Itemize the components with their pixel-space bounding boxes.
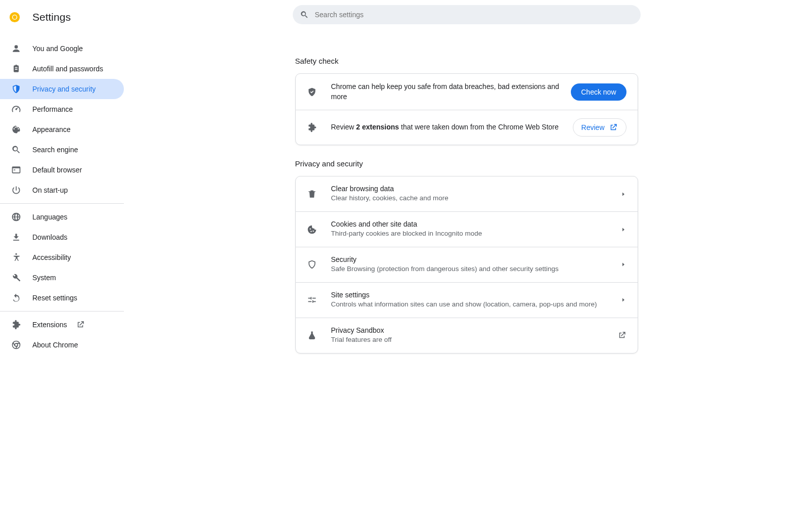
chevron-right-icon [620,227,626,233]
row-title: Site settings [331,291,614,299]
search-icon [11,145,21,155]
sidebar: Settings You and Google Autofill and pas… [0,0,124,532]
sidebar-item-extensions[interactable]: Extensions [0,315,124,335]
chevron-right-icon [620,297,626,303]
reset-icon [11,293,21,303]
palette-icon [11,124,21,135]
security-row[interactable]: Security Safe Browsing (protection from … [296,247,638,282]
open-in-new-icon [617,331,626,340]
clipboard-icon [11,64,21,74]
power-icon [11,185,21,195]
search-icon [300,10,309,19]
shield-outline-icon [307,259,317,270]
cookie-icon [307,225,317,235]
row-subtitle: Safe Browsing (protection from dangerous… [331,264,614,274]
page-title: Settings [32,11,71,23]
row-subtitle: Controls what information sites can use … [331,300,614,309]
sidebar-item-label: Languages [32,213,67,221]
chevron-right-icon [620,261,626,268]
globe-icon [11,212,21,222]
flask-icon [307,330,317,340]
accessibility-icon [11,252,21,262]
cookies-row[interactable]: Cookies and other site data Third-party … [296,211,638,247]
review-button[interactable]: Review [573,118,626,137]
sidebar-item-about[interactable]: About Chrome [0,335,124,355]
shield-check-icon [307,87,317,97]
sidebar-item-label: Privacy and security [32,85,96,93]
section-title-privacy: Privacy and security [295,159,638,168]
nav-group-3: Extensions About Chrome [0,312,124,358]
sidebar-item-privacy[interactable]: Privacy and security [0,79,124,99]
safety-check-row: Chrome can help keep you safe from data … [296,74,638,110]
review-extensions-row: Review 2 extensions that were taken down… [296,110,638,145]
sidebar-item-system[interactable]: System [0,268,124,288]
row-title: Privacy Sandbox [331,326,611,334]
open-in-new-icon [609,123,618,132]
chrome-outline-icon [11,340,21,350]
row-title: Cookies and other site data [331,220,614,228]
nav-group-1: You and Google Autofill and passwords Pr… [0,35,124,203]
sidebar-item-label: Performance [32,105,73,113]
sidebar-item-label: You and Google [32,45,83,53]
sidebar-item-label: Default browser [32,166,82,174]
sidebar-item-on-start-up[interactable]: On start-up [0,180,124,200]
row-subtitle: Third-party cookies are blocked in Incog… [331,229,614,239]
svg-point-4 [13,15,16,19]
wrench-icon [11,273,21,283]
extension-icon [307,122,317,132]
sidebar-item-label: Accessibility [32,253,71,261]
row-subtitle: Clear history, cookies, cache and more [331,194,614,203]
row-title: Clear browsing data [331,185,614,193]
safety-check-text: Chrome can help keep you safe from data … [331,82,565,102]
sidebar-item-label: About Chrome [32,341,78,349]
speedometer-icon [11,104,21,114]
site-settings-row[interactable]: Site settings Controls what information … [296,282,638,318]
sidebar-item-appearance[interactable]: Appearance [0,119,124,140]
privacy-sandbox-row[interactable]: Privacy Sandbox Trial features are off [296,318,638,353]
sidebar-item-label: On start-up [32,186,68,194]
sidebar-item-label: Extensions [32,321,67,329]
nav-group-2: Languages Downloads Accessibility System… [0,204,124,311]
row-subtitle: Trial features are off [331,335,611,345]
person-icon [11,43,21,54]
search-input[interactable] [314,10,634,19]
shield-icon [11,84,21,94]
brand: Settings [0,7,124,27]
sidebar-item-label: Downloads [32,233,67,241]
sidebar-item-default-browser[interactable]: Default browser [0,160,124,180]
sidebar-item-label: System [32,274,56,282]
review-button-label: Review [581,123,605,131]
sidebar-item-you-and-google[interactable]: You and Google [0,38,124,59]
tune-icon [307,295,317,305]
privacy-card: Clear browsing data Clear history, cooki… [295,176,638,353]
sidebar-item-search-engine[interactable]: Search engine [0,140,124,160]
sidebar-item-reset[interactable]: Reset settings [0,288,124,308]
sidebar-item-languages[interactable]: Languages [0,207,124,227]
check-now-button[interactable]: Check now [571,83,626,101]
chrome-logo-icon [9,12,20,23]
sidebar-item-label: Search engine [32,146,78,154]
extension-icon [11,320,21,330]
row-title: Security [331,255,614,263]
sidebar-item-label: Autofill and passwords [32,65,103,73]
sidebar-item-accessibility[interactable]: Accessibility [0,247,124,268]
sidebar-item-label: Appearance [32,125,71,134]
download-icon [11,232,21,242]
sidebar-item-performance[interactable]: Performance [0,99,124,119]
sidebar-item-autofill[interactable]: Autofill and passwords [0,59,124,79]
main-content: Safety check Chrome can help keep you sa… [124,0,809,532]
sidebar-item-label: Reset settings [32,294,77,302]
sidebar-item-downloads[interactable]: Downloads [0,227,124,247]
search-bar[interactable] [293,5,641,24]
review-extensions-text: Review 2 extensions that were taken down… [331,122,567,132]
section-title-safety-check: Safety check [295,57,638,65]
safety-check-card: Chrome can help keep you safe from data … [295,73,638,145]
open-in-new-icon [76,320,85,329]
trash-icon [307,189,317,199]
clear-browsing-data-row[interactable]: Clear browsing data Clear history, cooki… [296,176,638,211]
browser-icon [11,165,21,175]
chevron-right-icon [620,191,626,197]
